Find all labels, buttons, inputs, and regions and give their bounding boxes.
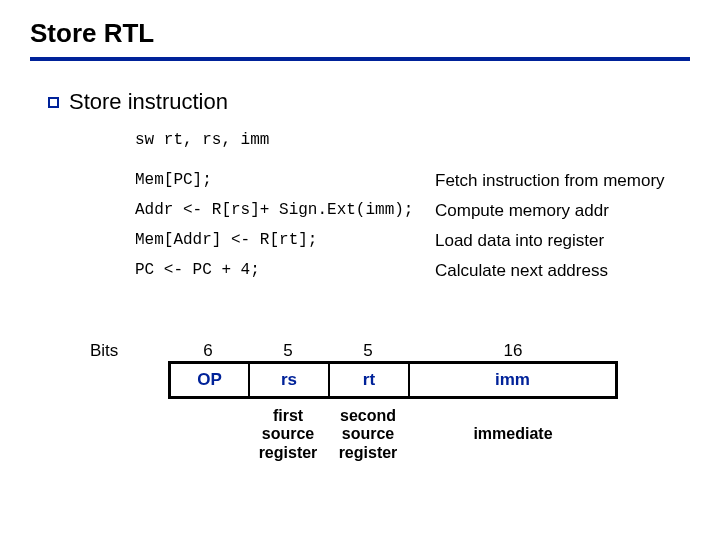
section-heading-text: Store instruction [69,89,228,115]
rtl-code: Mem[PC]; [135,171,435,191]
rtl-desc: Fetch instruction from memory [435,171,665,191]
field-desc: immediate [408,417,618,443]
bits-cell: 16 [408,341,618,361]
field-cell: rt [328,361,408,399]
rtl-step: Addr <- R[rs]+ Sign.Ext(imm); Compute me… [135,201,690,221]
instruction-syntax: sw rt, rs, imm [135,131,690,149]
bits-cell: 5 [248,341,328,361]
title-rule [30,57,690,61]
field-cell: rs [248,361,328,399]
section-heading: Store instruction [48,89,690,115]
instruction-format-table: Bits 6 5 5 16 OP rs rt imm firstsourcere… [90,341,690,462]
field-desc: firstsourceregister [248,399,328,462]
rtl-step: PC <- PC + 4; Calculate next address [135,261,690,281]
square-bullet-icon [48,97,59,108]
rtl-step: Mem[Addr] <- R[rt]; Load data into regis… [135,231,690,251]
rtl-step: Mem[PC]; Fetch instruction from memory [135,171,690,191]
rtl-steps: Mem[PC]; Fetch instruction from memory A… [135,171,690,281]
field-desc [168,427,248,435]
rtl-code: PC <- PC + 4; [135,261,435,281]
rtl-desc: Compute memory addr [435,201,609,221]
fields-row: OP rs rt imm [90,361,690,399]
rtl-desc: Load data into register [435,231,604,251]
field-desc-row: firstsourceregister secondsourceregister… [90,399,690,462]
rtl-code: Mem[Addr] <- R[rt]; [135,231,435,251]
bits-cell: 5 [328,341,408,361]
slide-title: Store RTL [30,18,690,49]
rtl-code: Addr <- R[rs]+ Sign.Ext(imm); [135,201,435,221]
bits-label: Bits [90,341,168,361]
field-cell: imm [408,361,618,399]
bits-row: Bits 6 5 5 16 [90,341,690,361]
field-cell: OP [168,361,248,399]
bits-cell: 6 [168,341,248,361]
rtl-desc: Calculate next address [435,261,608,281]
field-desc: secondsourceregister [328,399,408,462]
